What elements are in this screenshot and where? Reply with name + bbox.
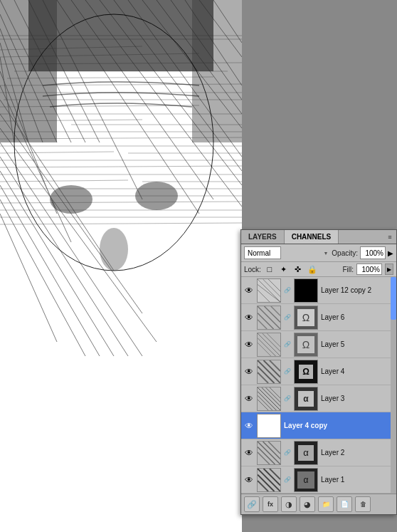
layer-thumbnail-layer12copy2	[257, 278, 281, 303]
layer-link-icon-layer12copy2: 🔗	[282, 287, 292, 293]
opacity-label: Opacity:	[332, 249, 358, 257]
layer-item-layer6[interactable]: 👁 🔗 Ω Layer 6	[241, 304, 396, 331]
tab-layers[interactable]: LAYERS	[241, 230, 285, 244]
scrollbar-thumb[interactable]	[391, 277, 396, 320]
layer-mask-thumbnail-layer1: α	[294, 468, 318, 492]
new-layer-button[interactable]: 📄	[337, 496, 352, 512]
panel-tabs: LAYERS CHANNELS ≡	[241, 230, 396, 244]
blend-mode-select[interactable]: Normal	[244, 246, 281, 259]
canvas-image	[0, 0, 242, 532]
layer-visibility-layer6[interactable]: 👁	[243, 304, 255, 331]
layer-mask-thumbnail-layer3: α	[294, 387, 318, 411]
layer-thumbnail-layer2	[257, 441, 281, 465]
opacity-dropdown-arrow[interactable]: ▶	[388, 249, 393, 257]
blend-mode-select-wrap: Normal	[244, 246, 329, 259]
svg-rect-68	[0, 0, 57, 142]
layer-thumbnail-layer1	[257, 468, 281, 492]
layer-link-icon-layer5: 🔗	[282, 341, 292, 348]
lock-row: Lock: □ ✦ ✜ 🔒 Fill: ▶	[241, 262, 396, 277]
lock-transparent-icon[interactable]: □	[264, 264, 275, 275]
lock-all-icon[interactable]: 🔒	[307, 264, 318, 275]
fx-button[interactable]: fx	[263, 496, 278, 512]
layer-item-layer12copy2[interactable]: 👁 🔗 Layer 12 copy 2	[241, 277, 396, 304]
layer-mask-thumbnail-layer12copy2	[294, 278, 318, 303]
layer-item-layer1[interactable]: 👁 🔗 α Layer 1	[241, 466, 396, 494]
adjustment-button[interactable]: ◕	[300, 496, 315, 512]
lock-image-icon[interactable]: ✦	[278, 264, 290, 275]
layer-visibility-layer4[interactable]: 👁	[243, 358, 255, 385]
layer-visibility-layer3[interactable]: 👁	[243, 385, 255, 412]
layer-thumbnail-layer4copy	[257, 414, 281, 438]
group-button[interactable]: 📁	[318, 496, 334, 512]
lock-position-icon[interactable]: ✜	[292, 264, 304, 275]
fill-input[interactable]	[356, 264, 382, 275]
add-mask-button[interactable]: ◑	[281, 496, 297, 512]
lock-label: Lock:	[244, 266, 261, 273]
layer-name-layer4: Layer 4	[319, 367, 395, 375]
layers-panel: LAYERS CHANNELS ≡ Normal Opacity: ▶ Lock…	[240, 229, 397, 515]
layer-name-layer1: Layer 1	[319, 476, 395, 484]
layer-item-layer5[interactable]: 👁 🔗 Ω Layer 5	[241, 331, 396, 358]
svg-point-64	[50, 185, 92, 214]
tab-channels[interactable]: CHANNELS	[285, 230, 339, 244]
layer-name-layer5: Layer 5	[319, 340, 395, 348]
layer-link-icon-layer4: 🔗	[282, 368, 292, 375]
layer-link-icon-layer1: 🔗	[282, 476, 292, 483]
svg-point-65	[135, 182, 178, 210]
layer-name-layer3: Layer 3	[319, 395, 395, 402]
layer-item-layer4copy[interactable]: 👁 Layer 4 copy	[241, 412, 396, 439]
layer-name-layer4copy: Layer 4 copy	[282, 422, 395, 429]
layer-thumbnail-layer3	[257, 387, 281, 411]
layer-mask-thumbnail-layer4: Ω	[294, 360, 318, 384]
opacity-input[interactable]	[360, 246, 386, 259]
layer-visibility-layer1[interactable]: 👁	[243, 466, 255, 494]
svg-point-66	[100, 228, 128, 271]
layer-name-layer6: Layer 6	[319, 313, 395, 321]
layer-list: 👁 🔗 Layer 12 copy 2 👁	[241, 277, 396, 494]
layer-link-icon-layer3: 🔗	[282, 395, 292, 402]
layer-thumbnail-layer5	[257, 333, 281, 357]
layer-name-layer2: Layer 2	[319, 449, 395, 457]
layer-link-icon-layer2: 🔗	[282, 449, 292, 456]
blend-opacity-row: Normal Opacity: ▶	[241, 244, 396, 262]
layer-visibility-layer4copy[interactable]: 👁	[243, 412, 255, 439]
layer-mask-thumbnail-layer5: Ω	[294, 333, 318, 357]
svg-rect-69	[192, 0, 242, 142]
panel-menu-button[interactable]: ≡	[383, 231, 396, 244]
panel-bottom-toolbar: 🔗 fx ◑ ◕ 📁 📄 🗑	[241, 494, 396, 514]
layer-visibility-layer12copy2[interactable]: 👁	[243, 277, 255, 304]
layer-thumbnail-layer6	[257, 306, 281, 330]
layer-link-icon-layer6: 🔗	[282, 314, 292, 320]
fill-label: Fill:	[342, 266, 354, 273]
fill-dropdown-arrow[interactable]: ▶	[385, 264, 393, 275]
layer-item-layer2[interactable]: 👁 🔗 α Layer 2	[241, 439, 396, 466]
layer-item-layer3[interactable]: 👁 🔗 α Layer 3	[241, 385, 396, 412]
layer-visibility-layer2[interactable]: 👁	[243, 439, 255, 466]
layer-thumbnail-layer4	[257, 360, 281, 384]
layer-visibility-layer5[interactable]: 👁	[243, 331, 255, 358]
layer-item-layer4[interactable]: 👁 🔗 Ω Layer 4	[241, 358, 396, 385]
link-layers-button[interactable]: 🔗	[244, 496, 260, 512]
layer-name-layer12copy2: Layer 12 copy 2	[319, 286, 395, 294]
layer-mask-thumbnail-layer2: α	[294, 441, 318, 465]
layer-mask-thumbnail-layer6: Ω	[294, 306, 318, 330]
scrollbar-track[interactable]	[391, 277, 396, 494]
delete-layer-button[interactable]: 🗑	[355, 496, 371, 512]
